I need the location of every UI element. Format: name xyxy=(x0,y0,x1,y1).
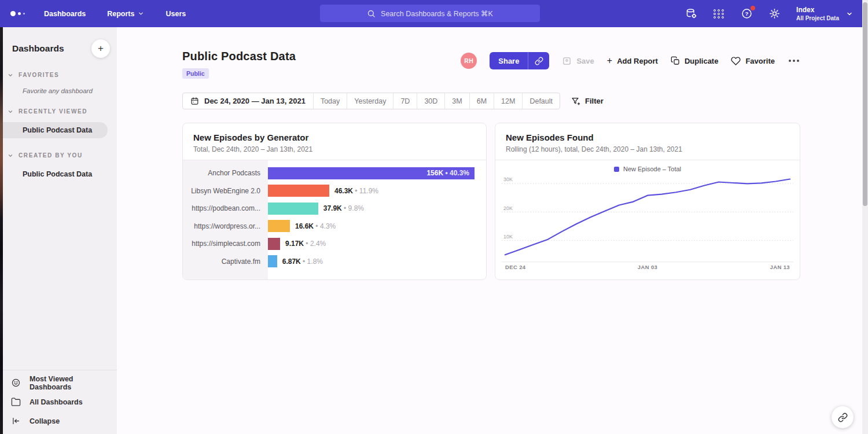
share-button[interactable]: Share xyxy=(490,52,528,69)
app-logo-icon[interactable] xyxy=(10,11,36,16)
sidebar-item-public-podcast-data-created[interactable]: Public Podcast Data xyxy=(0,166,117,182)
plus-icon: + xyxy=(607,56,612,65)
bar-row: Libsyn WebEngine 2.046.3K • 11.9% xyxy=(183,182,486,200)
scrollbar-thumb[interactable] xyxy=(863,2,867,206)
all-dashboards-button[interactable]: All Dashboards xyxy=(0,392,117,411)
date-preset-yesterday[interactable]: Yesterday xyxy=(347,93,393,109)
duplicate-button[interactable]: Duplicate xyxy=(671,56,719,65)
project-switcher[interactable]: Index All Project Data xyxy=(796,6,853,21)
app-window: Dashboards Reports Users Search Dashboar… xyxy=(0,0,868,434)
settings-gear-icon[interactable] xyxy=(768,8,781,20)
bar-value-label: 9.17K • 2.4% xyxy=(285,240,326,248)
share-button-group: Share xyxy=(490,52,549,69)
date-preset-30d[interactable]: 30D xyxy=(417,93,445,109)
bar-value-label: 156K • 40.3% xyxy=(426,169,475,177)
nav-item-reports[interactable]: Reports xyxy=(107,10,144,18)
bar-segment[interactable] xyxy=(268,220,290,232)
date-preset-today[interactable]: Today xyxy=(314,93,347,109)
recent-section-label: RECENTLY VIEWED xyxy=(19,108,87,115)
filter-icon xyxy=(571,97,580,106)
save-label: Save xyxy=(576,57,594,65)
sidebar-item-public-podcast-data[interactable]: Public Podcast Data xyxy=(0,122,108,138)
date-range-control: Dec 24, 2020 — Jan 13, 2021 TodayYesterd… xyxy=(182,93,560,109)
bar-category-label: https://simplecast.com xyxy=(183,240,268,248)
add-report-button[interactable]: + Add Report xyxy=(607,56,658,65)
sidebar-title: Dashboards xyxy=(12,43,64,54)
folder-icon xyxy=(11,397,21,407)
bar-row: Anchor Podcasts156K • 40.3% xyxy=(183,164,486,182)
legend-label: New Episode – Total xyxy=(623,165,681,172)
bar-row: https://wordpress.or...16.6K • 4.3% xyxy=(183,218,486,236)
bar-chart-body: Anchor Podcasts156K • 40.3%Libsyn WebEng… xyxy=(183,160,486,279)
add-dashboard-button[interactable]: + xyxy=(91,39,110,58)
date-toolbar: Dec 24, 2020 — Jan 13, 2021 TodayYesterd… xyxy=(182,93,800,109)
public-badge: Public xyxy=(182,68,209,79)
heart-icon xyxy=(731,56,741,66)
collapse-sidebar-button[interactable]: Collapse xyxy=(0,411,117,431)
date-preset-6m[interactable]: 6M xyxy=(470,93,494,109)
favorites-section-header[interactable]: FAVORITES xyxy=(0,72,117,78)
bar-row: Captivate.fm6.87K • 1.8% xyxy=(183,253,486,271)
bar-card-subtitle: Total, Dec 24th, 2020 – Jan 13th, 2021 xyxy=(193,145,476,153)
y-axis-tick: 10K xyxy=(503,234,513,240)
more-options-icon[interactable] xyxy=(788,57,800,64)
link-icon xyxy=(535,57,543,65)
bar-value-label: 37.9K • 9.8% xyxy=(323,204,364,212)
bar-segment[interactable] xyxy=(268,203,318,215)
save-icon xyxy=(562,56,572,66)
recent-section-header[interactable]: RECENTLY VIEWED xyxy=(0,108,117,115)
line-card-subtitle: Rolling (12 hours), total, Dec 24th, 202… xyxy=(506,145,789,153)
copy-link-fab[interactable] xyxy=(832,406,854,428)
nav-item-dashboards[interactable]: Dashboards xyxy=(44,10,86,18)
project-title: Index xyxy=(796,6,839,14)
share-link-button[interactable] xyxy=(528,52,549,69)
date-preset-default[interactable]: Default xyxy=(523,93,560,109)
smiley-icon xyxy=(11,378,21,388)
calendar-icon xyxy=(190,97,199,105)
screen-edge-strip xyxy=(0,27,3,434)
search-input[interactable]: Search Dashboards & Reports ⌘K xyxy=(320,5,540,22)
date-preset-12m[interactable]: 12M xyxy=(494,93,523,109)
bar-value-label: 16.6K • 4.3% xyxy=(295,222,336,230)
line-chart[interactable]: 10K20K30KDEC 24JAN 03JAN 13 xyxy=(502,174,793,271)
created-section-header[interactable]: CREATED BY YOU xyxy=(0,152,117,159)
x-axis-tick: DEC 24 xyxy=(505,265,526,271)
svg-text:?: ? xyxy=(745,10,749,17)
x-axis-tick: JAN 13 xyxy=(770,265,790,271)
chart-legend: New Episode – Total xyxy=(502,165,793,172)
bar-segment[interactable] xyxy=(268,185,329,197)
help-icon[interactable]: ? xyxy=(741,8,753,20)
chevron-down-icon xyxy=(846,10,853,17)
bar-chart-card: New Episodes by Generator Total, Dec 24t… xyxy=(182,123,487,280)
most-viewed-label: Most Viewed Dashboards xyxy=(30,375,117,391)
chevron-down-icon xyxy=(8,72,13,78)
search-placeholder: Search Dashboards & Reports ⌘K xyxy=(381,9,493,18)
bar-segment[interactable]: 156K • 40.3% xyxy=(268,167,475,179)
avatar[interactable]: RH xyxy=(461,53,477,69)
date-preset-7d[interactable]: 7D xyxy=(393,93,417,109)
x-axis-tick: JAN 03 xyxy=(638,265,657,271)
filter-button[interactable]: Filter xyxy=(571,97,604,106)
bar-segment[interactable] xyxy=(268,238,280,250)
header-actions: RH Share Save + Add Report xyxy=(461,52,800,69)
y-axis-tick: 30K xyxy=(503,177,513,183)
page-title: Public Podcast Data xyxy=(182,50,296,63)
bar-row: https://podbean.com...37.9K • 9.8% xyxy=(183,200,486,218)
favorites-empty-text: Favorite any dashboard xyxy=(0,87,117,94)
date-range-picker[interactable]: Dec 24, 2020 — Jan 13, 2021 xyxy=(183,93,314,109)
sidebar-footer: Most Viewed Dashboards All Dashboards Co… xyxy=(0,370,117,431)
chevron-down-icon xyxy=(8,109,13,115)
most-viewed-dashboards-button[interactable]: Most Viewed Dashboards xyxy=(0,373,117,392)
nav-item-users[interactable]: Users xyxy=(165,10,186,18)
data-sources-icon[interactable] xyxy=(685,8,697,20)
apps-grid-icon[interactable] xyxy=(713,8,725,20)
collapse-label: Collapse xyxy=(30,417,60,425)
bar-segment[interactable] xyxy=(268,255,277,267)
bar-row: https://simplecast.com9.17K • 2.4% xyxy=(183,235,486,253)
save-button[interactable]: Save xyxy=(562,56,594,66)
bar-category-label: Anchor Podcasts xyxy=(183,169,268,177)
date-preset-3m[interactable]: 3M xyxy=(445,93,469,109)
favorite-button[interactable]: Favorite xyxy=(731,56,775,66)
chevron-down-icon xyxy=(8,153,13,159)
page-scrollbar[interactable] xyxy=(862,0,868,434)
